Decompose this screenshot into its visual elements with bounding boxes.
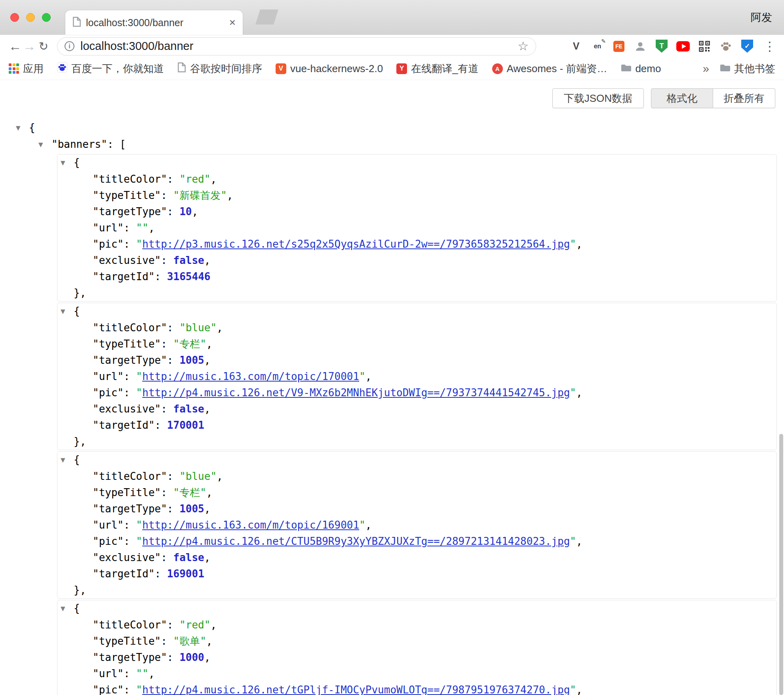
json-property-line: "targetId": 170001 bbox=[57, 417, 776, 433]
json-url-link[interactable]: http://p4.music.126.net/V9-MXz6b2MNhEKju… bbox=[142, 387, 570, 399]
json-colon: : bbox=[167, 206, 179, 218]
json-property-line: "targetId": 169001 bbox=[57, 566, 776, 582]
bookmark-item-google-sort[interactable]: 谷歌按时间排序 bbox=[177, 62, 262, 76]
json-comma: , bbox=[148, 222, 155, 234]
json-key: "exclusive" bbox=[93, 403, 161, 415]
person-icon[interactable] bbox=[634, 40, 647, 53]
page-favicon-icon bbox=[72, 17, 81, 29]
json-url-link[interactable]: http://p4.music.126.net/tGPljf-IMOCyPvum… bbox=[142, 684, 570, 695]
bookmark-label: demo bbox=[635, 63, 661, 75]
json-key: "typeTitle" bbox=[93, 487, 161, 498]
json-property-line: "typeTitle": "专栏", bbox=[57, 485, 776, 501]
json-line: ▼{ bbox=[57, 303, 776, 320]
t-shield-icon[interactable]: T bbox=[655, 40, 668, 53]
bookmark-item-vue-hackernews[interactable]: V vue-hackernews-2.0 bbox=[276, 63, 383, 75]
json-key: "url" bbox=[93, 222, 124, 234]
fe-helper-icon[interactable]: FE bbox=[612, 40, 626, 53]
browser-tab[interactable]: localhost:3000/banner × bbox=[65, 10, 243, 35]
json-quote: " bbox=[570, 684, 576, 695]
json-object-props: "titleColor": "blue","typeTitle": "专栏","… bbox=[57, 468, 776, 582]
json-colon: : bbox=[161, 635, 173, 647]
page-info-icon[interactable]: i bbox=[65, 41, 74, 51]
folder-icon bbox=[620, 63, 631, 75]
paw-icon[interactable] bbox=[719, 40, 733, 53]
json-comma: , bbox=[192, 206, 198, 218]
back-button-icon[interactable]: ← bbox=[8, 39, 22, 54]
translate-icon[interactable]: en✎ bbox=[591, 40, 604, 53]
window-titlebar: localhost:3000/banner × 阿发 bbox=[0, 0, 784, 35]
json-number-value: 10 bbox=[179, 206, 192, 218]
bookmark-folder-demo[interactable]: demo bbox=[620, 63, 661, 75]
browser-menu-icon[interactable]: ⋮ bbox=[763, 39, 776, 54]
json-line: ▼{ bbox=[57, 452, 776, 468]
address-bar[interactable]: i localhost:3000/banner ☆ bbox=[57, 37, 536, 55]
collapse-toggle-icon[interactable]: ▼ bbox=[38, 137, 51, 153]
reload-button-icon[interactable]: ↻ bbox=[36, 40, 51, 53]
tab-close-icon[interactable]: × bbox=[229, 17, 236, 28]
json-colon: : bbox=[161, 338, 173, 350]
bookmark-item-baidu[interactable]: 百度一下，你就知道 bbox=[57, 62, 164, 76]
collapse-toggle-icon[interactable]: ▼ bbox=[61, 452, 74, 468]
zoom-window-button[interactable] bbox=[42, 13, 51, 22]
json-colon: : bbox=[124, 668, 136, 680]
json-string-value: "red" bbox=[179, 619, 210, 631]
bookmark-item-awesomes[interactable]: A Awesomes - 前端资… bbox=[492, 62, 607, 76]
collapse-toggle-icon[interactable]: ▼ bbox=[61, 601, 74, 617]
json-string-value: "blue" bbox=[179, 322, 217, 334]
collapse-toggle-icon[interactable]: ▼ bbox=[61, 304, 74, 320]
download-json-button[interactable]: 下载JSON数据 bbox=[552, 88, 644, 108]
json-property-line: "pic": "http://p3.music.126.net/s25q2x5Q… bbox=[57, 236, 776, 252]
bookmarks-overflow-icon[interactable]: » bbox=[703, 62, 709, 75]
json-colon: : bbox=[167, 470, 179, 482]
forward-button-icon[interactable]: → bbox=[22, 39, 36, 54]
json-number-value: 1005 bbox=[179, 354, 204, 366]
close-window-button[interactable] bbox=[10, 13, 19, 22]
json-url-link[interactable]: http://music.163.com/m/topic/169001 bbox=[142, 519, 359, 531]
json-property-line: "targetId": 3165446 bbox=[57, 269, 776, 285]
collapse-all-button[interactable]: 折叠所有 bbox=[713, 88, 775, 108]
json-object-props: "titleColor": "red","typeTitle": "新碟首发",… bbox=[57, 171, 776, 285]
json-property-line: "url": "http://music.163.com/m/topic/170… bbox=[57, 369, 776, 385]
bookmark-item-youdao[interactable]: Y 在线翻译_有道 bbox=[396, 62, 478, 76]
json-colon: : bbox=[161, 552, 173, 563]
scrollbar-thumb[interactable] bbox=[779, 434, 783, 695]
json-url-link[interactable]: http://music.163.com/m/topic/170001 bbox=[142, 370, 359, 382]
collapse-toggle-icon[interactable]: ▼ bbox=[61, 155, 74, 171]
collapse-toggle-icon[interactable]: ▼ bbox=[16, 120, 29, 136]
json-url-link[interactable]: http://p3.music.126.net/s25q2x5QyqsAzilC… bbox=[142, 238, 570, 250]
json-url-link[interactable]: http://p4.music.126.net/CTU5B9R9y3XyYBZX… bbox=[142, 535, 570, 547]
vue-icon: V bbox=[276, 63, 286, 74]
bookmark-label: 在线翻译_有道 bbox=[411, 62, 478, 76]
json-key: "pic" bbox=[93, 387, 124, 399]
json-colon: : bbox=[161, 403, 173, 415]
json-colon: : bbox=[161, 254, 173, 266]
format-button[interactable]: 格式化 bbox=[651, 88, 713, 108]
json-object-block: ▼{"titleColor": "blue","typeTitle": "专栏"… bbox=[57, 451, 777, 599]
shield-check-icon[interactable]: ✓ bbox=[740, 40, 754, 53]
tab-title: localhost:3000/banner bbox=[86, 17, 183, 29]
minimize-window-button[interactable] bbox=[26, 13, 35, 22]
json-comma: , bbox=[204, 503, 211, 515]
json-brace: { bbox=[74, 602, 80, 614]
youtube-icon[interactable] bbox=[676, 40, 690, 53]
json-comma: , bbox=[206, 635, 213, 647]
qr-code-icon[interactable] bbox=[698, 40, 711, 53]
other-bookmarks[interactable]: 其他书签 bbox=[719, 62, 775, 76]
json-comma: , bbox=[204, 651, 211, 663]
extension-icons-row: V en✎ FE T ✓ ⋮ bbox=[569, 39, 776, 54]
json-number-value: 3165446 bbox=[167, 271, 211, 283]
json-key: "titleColor" bbox=[93, 173, 167, 185]
json-object-block: ▼{"titleColor": "red","typeTitle": "歌单",… bbox=[57, 600, 777, 695]
v-extension-icon[interactable]: V bbox=[569, 40, 583, 53]
bookmark-label: vue-hackernews-2.0 bbox=[290, 63, 383, 75]
json-comma: , bbox=[210, 619, 217, 631]
bookmark-apps[interactable]: 应用 bbox=[9, 62, 44, 76]
json-line: }, bbox=[57, 582, 776, 598]
bookmark-star-icon[interactable]: ☆ bbox=[518, 39, 529, 53]
json-property-line: "targetType": 10, bbox=[57, 204, 776, 220]
json-line: ▼"banners": [ bbox=[16, 136, 784, 153]
json-property-line: "typeTitle": "歌单", bbox=[57, 633, 776, 649]
json-quote: " bbox=[570, 238, 576, 250]
json-key: "banners" bbox=[51, 138, 107, 150]
new-tab-button[interactable] bbox=[255, 10, 278, 25]
